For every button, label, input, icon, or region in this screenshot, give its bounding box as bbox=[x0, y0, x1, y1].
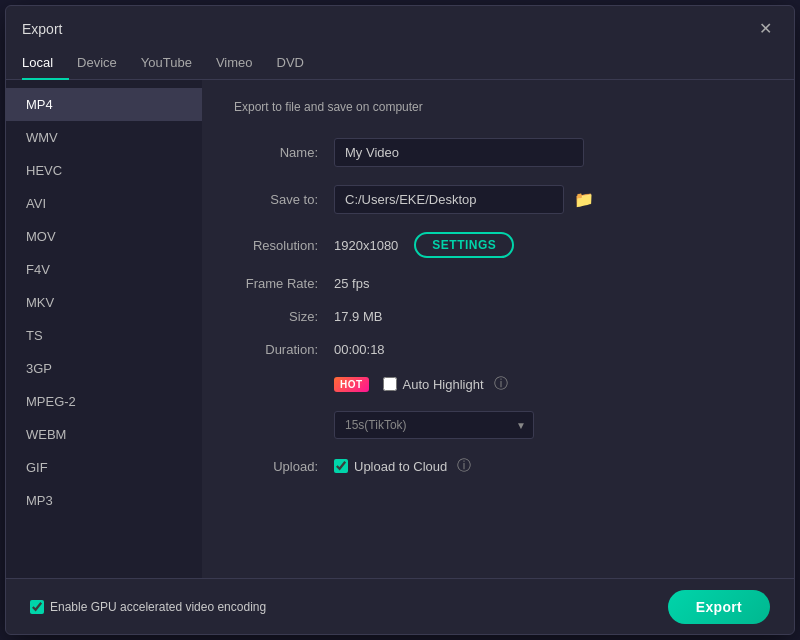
close-button[interactable]: ✕ bbox=[753, 19, 778, 39]
sidebar-item-mp4[interactable]: MP4 bbox=[6, 88, 202, 121]
browse-folder-button[interactable]: 📁 bbox=[572, 188, 596, 211]
format-sidebar: MP4 WMV HEVC AVI MOV F4V MKV TS 3GP MPEG… bbox=[6, 80, 202, 578]
size-label: Size: bbox=[234, 309, 334, 324]
path-row: 📁 bbox=[334, 185, 596, 214]
sidebar-item-wmv[interactable]: WMV bbox=[6, 121, 202, 154]
duration-value: 00:00:18 bbox=[334, 342, 385, 357]
name-row: Name: bbox=[234, 138, 762, 167]
tiktok-select-wrapper: 15s(TikTok) 30s 60s Custom ▼ bbox=[334, 411, 534, 439]
tab-youtube[interactable]: YouTube bbox=[141, 47, 208, 80]
sidebar-item-avi[interactable]: AVI bbox=[6, 187, 202, 220]
dialog-footer: Enable GPU accelerated video encoding Ex… bbox=[6, 578, 794, 634]
duration-row: Duration: 00:00:18 bbox=[234, 342, 762, 357]
size-row: Size: 17.9 MB bbox=[234, 309, 762, 324]
sidebar-item-3gp[interactable]: 3GP bbox=[6, 352, 202, 385]
auto-highlight-row: HOT Auto Highlight ⓘ bbox=[234, 375, 762, 393]
gpu-row: Enable GPU accelerated video encoding bbox=[30, 600, 266, 614]
sidebar-item-webm[interactable]: WEBM bbox=[6, 418, 202, 451]
upload-label: Upload: bbox=[234, 459, 334, 474]
tiktok-row: 15s(TikTok) 30s 60s Custom ▼ bbox=[234, 411, 762, 439]
sidebar-item-ts[interactable]: TS bbox=[6, 319, 202, 352]
upload-cloud-checkbox[interactable] bbox=[334, 459, 348, 473]
dialog-header: Export ✕ bbox=[6, 6, 794, 42]
upload-cloud-info-icon[interactable]: ⓘ bbox=[457, 457, 471, 475]
sidebar-item-f4v[interactable]: F4V bbox=[6, 253, 202, 286]
auto-highlight-controls: HOT Auto Highlight ⓘ bbox=[334, 375, 508, 393]
tab-dvd[interactable]: DVD bbox=[277, 47, 320, 80]
gpu-label[interactable]: Enable GPU accelerated video encoding bbox=[50, 600, 266, 614]
sidebar-item-mpeg2[interactable]: MPEG-2 bbox=[6, 385, 202, 418]
duration-label: Duration: bbox=[234, 342, 334, 357]
saveto-row: Save to: 📁 bbox=[234, 185, 762, 214]
gpu-checkbox[interactable] bbox=[30, 600, 44, 614]
export-subtitle: Export to file and save on computer bbox=[234, 100, 762, 114]
settings-button[interactable]: SETTINGS bbox=[414, 232, 514, 258]
content-area: MP4 WMV HEVC AVI MOV F4V MKV TS 3GP MPEG… bbox=[6, 80, 794, 578]
export-dialog: Export ✕ Local Device YouTube Vimeo DVD … bbox=[5, 5, 795, 635]
size-value: 17.9 MB bbox=[334, 309, 382, 324]
tab-vimeo[interactable]: Vimeo bbox=[216, 47, 269, 80]
framerate-row: Frame Rate: 25 fps bbox=[234, 276, 762, 291]
hot-badge: HOT bbox=[334, 377, 369, 392]
resolution-label: Resolution: bbox=[234, 238, 334, 253]
saveto-label: Save to: bbox=[234, 192, 334, 207]
upload-cloud-text[interactable]: Upload to Cloud bbox=[354, 459, 447, 474]
export-settings-panel: Export to file and save on computer Name… bbox=[202, 80, 794, 578]
auto-highlight-info-icon[interactable]: ⓘ bbox=[494, 375, 508, 393]
resolution-value-row: 1920x1080 SETTINGS bbox=[334, 232, 514, 258]
sidebar-item-mp3[interactable]: MP3 bbox=[6, 484, 202, 517]
framerate-value: 25 fps bbox=[334, 276, 369, 291]
dialog-title: Export bbox=[22, 21, 62, 37]
framerate-label: Frame Rate: bbox=[234, 276, 334, 291]
upload-row: Upload: Upload to Cloud ⓘ bbox=[234, 457, 762, 475]
saveto-input[interactable] bbox=[334, 185, 564, 214]
tab-bar: Local Device YouTube Vimeo DVD bbox=[6, 46, 794, 80]
resolution-value: 1920x1080 bbox=[334, 238, 398, 253]
sidebar-item-gif[interactable]: GIF bbox=[6, 451, 202, 484]
resolution-row: Resolution: 1920x1080 SETTINGS bbox=[234, 232, 762, 258]
upload-controls: Upload to Cloud ⓘ bbox=[334, 457, 471, 475]
name-label: Name: bbox=[234, 145, 334, 160]
auto-highlight-checkbox[interactable] bbox=[383, 377, 397, 391]
sidebar-item-mov[interactable]: MOV bbox=[6, 220, 202, 253]
tab-device[interactable]: Device bbox=[77, 47, 133, 80]
tiktok-duration-select[interactable]: 15s(TikTok) 30s 60s Custom bbox=[334, 411, 534, 439]
name-input[interactable] bbox=[334, 138, 584, 167]
auto-highlight-text[interactable]: Auto Highlight bbox=[403, 377, 484, 392]
sidebar-item-hevc[interactable]: HEVC bbox=[6, 154, 202, 187]
tab-local[interactable]: Local bbox=[22, 47, 69, 80]
export-button[interactable]: Export bbox=[668, 590, 770, 624]
sidebar-item-mkv[interactable]: MKV bbox=[6, 286, 202, 319]
